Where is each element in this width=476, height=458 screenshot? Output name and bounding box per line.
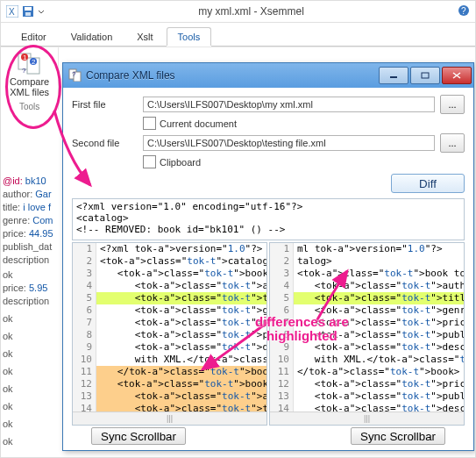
- svg-rect-17: [390, 76, 397, 78]
- svg-rect-3: [25, 7, 32, 11]
- save-icon[interactable]: [22, 5, 34, 18]
- svg-rect-4: [25, 12, 31, 16]
- current-document-label: Current document: [160, 118, 237, 129]
- qat-dropdown-icon[interactable]: [38, 5, 45, 18]
- second-file-input[interactable]: [143, 135, 435, 151]
- second-file-label: Second file: [72, 138, 138, 148]
- window-title: my xml.xml - Xsemmel: [45, 5, 458, 18]
- minimize-button[interactable]: [379, 67, 409, 84]
- first-file-browse-button[interactable]: ...: [440, 95, 465, 114]
- current-document-checkbox[interactable]: [143, 117, 156, 130]
- diff-header-view[interactable]: <?xml version="1.0" encoding="utf-16"?> …: [72, 198, 465, 240]
- first-file-label: First file: [72, 99, 138, 110]
- right-diff-pane[interactable]: 1ml tok-a">version="1.0"?>2talog>3<tok-a…: [269, 242, 465, 426]
- tab-validation[interactable]: Validation: [60, 27, 124, 46]
- svg-text:X: X: [9, 7, 15, 17]
- maximize-button[interactable]: [410, 67, 440, 84]
- dialog-icon: ?: [68, 68, 82, 84]
- main-titlebar: X my xml.xml - Xsemmel ?: [1, 1, 475, 23]
- compare-dialog: ? Compare XML files First file ... Curre…: [62, 62, 474, 451]
- dialog-titlebar[interactable]: ? Compare XML files: [63, 63, 473, 88]
- second-file-browse-button[interactable]: ...: [440, 133, 465, 153]
- sync-scrollbar-left-button[interactable]: Sync Scrollbar: [91, 427, 186, 445]
- annotation-oval: [5, 45, 61, 129]
- app-icon: X: [6, 5, 18, 18]
- tab-editor[interactable]: Editor: [10, 27, 58, 46]
- left-diff-pane[interactable]: 1<?xml tok-a">version="1.0"?>2<tok-a">cl…: [72, 242, 267, 426]
- clipboard-checkbox[interactable]: [143, 155, 156, 168]
- right-scrollbar[interactable]: |||: [270, 411, 464, 425]
- diff-button[interactable]: Diff: [391, 174, 465, 193]
- close-button[interactable]: [442, 67, 472, 84]
- tab-xslt[interactable]: Xslt: [125, 27, 164, 46]
- svg-text:?: ?: [72, 70, 76, 78]
- svg-rect-18: [422, 73, 429, 78]
- tab-tools[interactable]: Tools: [167, 27, 212, 46]
- help-icon[interactable]: ?: [458, 4, 470, 18]
- clipboard-label: Clipboard: [160, 157, 201, 168]
- ribbon-tabs: Editor Validation Xslt Tools: [1, 23, 475, 47]
- first-file-input[interactable]: [143, 97, 435, 112]
- dialog-title: Compare XML files: [86, 69, 379, 82]
- left-scrollbar[interactable]: |||: [73, 411, 266, 425]
- sync-scrollbar-right-button[interactable]: Sync Scrollbar: [351, 427, 445, 445]
- svg-text:?: ?: [461, 6, 466, 16]
